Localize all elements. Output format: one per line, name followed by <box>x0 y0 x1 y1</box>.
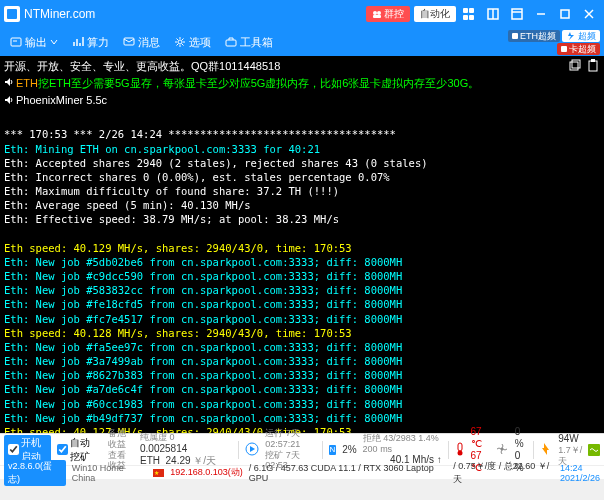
console-line: *** 170:53 *** 2/26 14:24 **************… <box>4 127 600 141</box>
overclock-badges: ETH超频 超频 卡超频 <box>508 30 600 55</box>
toolbox-tab[interactable]: 工具箱 <box>219 32 279 53</box>
automation-button[interactable]: 自动化 <box>414 6 456 22</box>
eth-overclock-badge[interactable]: ETH超频 <box>508 30 560 42</box>
svg-rect-18 <box>572 60 580 68</box>
fan-icon <box>495 442 509 458</box>
gpu-pct: 2% <box>342 444 356 456</box>
grid-view-button[interactable] <box>458 3 480 25</box>
console-line: Eth: Effective speed: 38.79 MH/s; at poo… <box>4 212 600 226</box>
console-line: Eth: New job #5db02be6 from cn.sparkpool… <box>4 255 600 269</box>
app-title: NTMiner.com <box>24 7 95 21</box>
panel-button[interactable] <box>506 3 528 25</box>
cost-stats: / 0.75￥/度 / 总22.60 ￥/天 <box>453 460 554 486</box>
output-label: 输出 <box>25 35 47 50</box>
nvidia-icon[interactable] <box>588 444 600 456</box>
card-overclock-badge[interactable]: 卡超频 <box>557 43 600 55</box>
maximize-button[interactable] <box>554 3 576 25</box>
new-window-icon[interactable] <box>568 58 582 77</box>
toolbox-label: 工具箱 <box>240 35 273 50</box>
power-values: 94W 1.7￥/天 <box>558 433 582 467</box>
copy-icon[interactable] <box>586 58 600 77</box>
options-label: 选项 <box>189 35 211 50</box>
compute-tab[interactable]: 算力 <box>66 32 115 53</box>
messages-tab[interactable]: 消息 <box>117 32 166 53</box>
svg-rect-16 <box>226 40 236 46</box>
layout-button[interactable] <box>482 3 504 25</box>
console-line: Eth speed: 40.128 MH/s, shares: 2940/43/… <box>4 326 600 340</box>
svg-rect-6 <box>512 9 522 19</box>
banner-line3: PhoenixMiner 5.5c <box>4 92 600 109</box>
speaker-icon <box>4 93 14 110</box>
console-line: Eth: New job #a7de6c4f from cn.sparkpool… <box>4 382 600 396</box>
banner-line2: ETH挖ETH至少需要5G显存，每张显卡至少对应5G虚拟内存，比如6张显卡虚拟内… <box>4 75 600 92</box>
svg-rect-12 <box>11 38 21 46</box>
overclock-button[interactable]: 超频 <box>562 30 600 42</box>
output-tab[interactable]: 输出 <box>4 32 64 53</box>
options-tab[interactable]: 选项 <box>168 32 217 53</box>
console-line <box>4 227 600 241</box>
svg-rect-3 <box>373 15 381 18</box>
svg-rect-19 <box>589 61 597 71</box>
os-label: Win10 Home China <box>72 463 147 483</box>
svg-rect-9 <box>561 10 569 18</box>
console-line: Eth: New job #8627b383 from cn.sparkpool… <box>4 368 600 382</box>
console-line: Eth: New job #fe18cfd5 from cn.sparkpool… <box>4 297 600 311</box>
temperature-icon <box>455 442 465 458</box>
console-line: Eth: Mining ETH on cn.sparkpool.com:3333… <box>4 142 600 156</box>
console-line: Eth: New job #fc7e4517 from cn.sparkpool… <box>4 312 600 326</box>
system-stats: / 6.1G / 457.63 CUDA 11.1 / RTX 3060 Lap… <box>249 463 448 483</box>
close-button[interactable] <box>578 3 600 25</box>
console-line: Eth: New job #b49df737 from cn.sparkpool… <box>4 411 600 425</box>
earnings-values: 纯属虚 0 0.0025814 ETH 24.29 ￥/天 <box>140 432 232 467</box>
version-badge[interactable]: v2.8.6.0(蛋志) <box>4 460 66 486</box>
flag-icon: ★ <box>153 469 165 477</box>
console-output[interactable]: *** 170:53 *** 2/26 14:24 **************… <box>0 111 604 433</box>
speaker-icon <box>4 75 14 92</box>
console-line: Eth: New job #60cc1983 from cn.sparkpool… <box>4 397 600 411</box>
footer-time: 14:242021/2/26 <box>560 463 600 483</box>
console-line: Eth: New job #c9dcc590 from cn.sparkpool… <box>4 269 600 283</box>
gpu-indicator-icon: N <box>329 445 336 455</box>
console-line: Eth: New job #583832cc from cn.sparkpool… <box>4 283 600 297</box>
svg-rect-22 <box>458 443 462 451</box>
footer-bar: v2.8.6.0(蛋志) Win10 Home China ★ 192.168.… <box>0 465 604 479</box>
banner-line1: 开源、开放、安全、专业、更高收益。QQ群1011448518 <box>4 58 600 75</box>
console-line: Eth: New job #3a7499ab from cn.sparkpool… <box>4 354 600 368</box>
svg-point-23 <box>457 450 462 455</box>
app-logo-icon <box>4 6 20 22</box>
messages-label: 消息 <box>138 35 160 50</box>
svg-rect-20 <box>591 59 595 62</box>
reject-info: 拒绝 43/2983 1.4% 200 ms 40.1 Mh/s ↑ <box>363 433 442 467</box>
console-line: Eth: Incorrect shares 0 (0.00%), est. st… <box>4 170 600 184</box>
svg-point-2 <box>377 11 381 15</box>
ip-address: 192.168.0.103(动) <box>170 466 243 479</box>
console-line: Eth: Maximum difficulty of found share: … <box>4 184 600 198</box>
console-line: Eth: New job #fa5ee97c from cn.sparkpool… <box>4 340 600 354</box>
svg-rect-0 <box>7 9 17 19</box>
console-line <box>4 113 600 127</box>
power-icon <box>540 442 552 458</box>
console-line: Eth: Accepted shares 2940 (2 stales), re… <box>4 156 600 170</box>
console-line: Eth speed: 40.129 MH/s, shares: 2940/43/… <box>4 241 600 255</box>
svg-point-1 <box>373 11 377 15</box>
console-line: Eth: Average speed (5 min): 40.130 MH/s <box>4 198 600 212</box>
group-control-button[interactable]: 群控 <box>366 6 410 22</box>
minimize-button[interactable] <box>530 3 552 25</box>
main-toolbar: 输出 算力 消息 选项 工具箱 ETH超频 超频 卡超频 <box>0 28 604 56</box>
svg-rect-17 <box>570 62 578 70</box>
running-icon <box>245 442 259 458</box>
info-banner: 开源、开放、安全、专业、更高收益。QQ群1011448518 ETH挖ETH至少… <box>0 56 604 111</box>
group-control-label: 群控 <box>384 7 404 21</box>
compute-label: 算力 <box>87 35 109 50</box>
svg-point-15 <box>178 40 182 44</box>
title-bar: NTMiner.com 群控 自动化 <box>0 0 604 28</box>
